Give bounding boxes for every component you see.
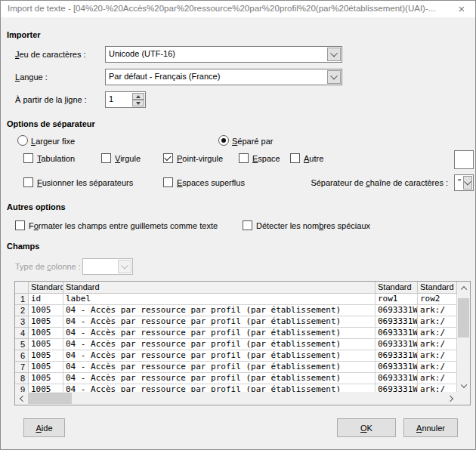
other-separator-input[interactable]	[454, 150, 474, 169]
quoted-as-text-label[interactable]: Formater les champs entre guillemets com…	[29, 221, 218, 230]
comma-checkbox[interactable]	[101, 153, 111, 163]
preview-cell: ark:/	[418, 316, 457, 328]
text-import-dialog: Import de texte - [04%20-%20Accès%20par%…	[0, 0, 476, 450]
preview-cell: 1005	[29, 362, 63, 373]
preview-cell: 1005	[29, 384, 63, 392]
preview-column-header[interactable]: Standard	[29, 282, 63, 294]
preview-cell: 04 - Accès par ressource par profil (par…	[63, 384, 376, 392]
language-label: Langue :	[15, 72, 48, 82]
preview-cell: 04 - Accès par ressource par profil (par…	[63, 373, 376, 384]
row-number-cell: 8	[15, 373, 29, 384]
separator-section-label: Options de séparateur	[7, 119, 95, 128]
special-numbers-label[interactable]: Détecter les nombres spéciaux	[256, 221, 370, 230]
preview-cell: 04 - Accès par ressource par profil (par…	[63, 328, 376, 339]
close-icon[interactable]: ×	[450, 1, 473, 17]
preview-row: 8100504 - Accès par ressource par profil…	[15, 373, 457, 384]
tab-checkbox[interactable]	[23, 153, 33, 163]
preview-cell: 1005	[29, 373, 63, 384]
string-delimiter-combobox[interactable]: "	[454, 174, 474, 191]
preview-column-header[interactable]: Standard	[63, 282, 376, 294]
preview-cell: 0693331W	[376, 339, 418, 350]
preview-cell: 0693331W	[376, 305, 418, 316]
vertical-scrollbar-thumb[interactable]	[458, 298, 469, 338]
preview-cell: ark:/	[418, 305, 457, 316]
chevron-down-icon[interactable]	[463, 176, 472, 190]
preview-cell: ark:/	[418, 373, 457, 384]
preview-table: StandardStandardStandardStandard1idlabel…	[14, 281, 471, 405]
space-label[interactable]: Espace	[252, 154, 280, 163]
chevron-down-icon[interactable]	[327, 48, 341, 61]
spinner-down-icon[interactable]	[132, 100, 144, 106]
quoted-as-text-checkbox[interactable]	[15, 220, 25, 230]
preview-cell: ark:/	[418, 350, 457, 362]
fixed-width-radio[interactable]	[17, 135, 28, 146]
fixed-width-label[interactable]: Largeur fixe	[31, 137, 75, 146]
trim-spaces-checkbox[interactable]	[163, 177, 173, 187]
row-number-cell: 3	[15, 316, 29, 328]
separated-by-label[interactable]: Séparé par	[232, 137, 273, 146]
preview-row: 9100504 - Accès par ressource par profil…	[15, 384, 457, 392]
title-bar: Import de texte - [04%20-%20Accès%20par%…	[1, 1, 475, 17]
preview-cell: 0693331W	[376, 373, 418, 384]
preview-row: 1idlabelrow1row2	[15, 294, 457, 305]
row-number-cell: 6	[15, 350, 29, 362]
preview-corner-cell[interactable]	[15, 282, 29, 294]
charset-value: Unicode (UTF-16)	[109, 49, 326, 58]
trim-spaces-label[interactable]: Espaces superflus	[177, 178, 245, 187]
horizontal-scrollbar[interactable]	[15, 392, 457, 405]
comma-label[interactable]: Virgule	[115, 154, 141, 163]
preview-cell: row2	[418, 294, 457, 305]
row-number-cell: 7	[15, 362, 29, 373]
separated-by-radio[interactable]	[218, 135, 229, 146]
preview-column-header[interactable]: Standard	[418, 282, 457, 294]
preview-cell: 1005	[29, 316, 63, 328]
preview-cell: 0693331W	[376, 316, 418, 328]
preview-cell: 1005	[29, 305, 63, 316]
preview-row: 7100504 - Accès par ressource par profil…	[15, 362, 457, 373]
window-title: Import de texte - [04%20-%20Accès%20par%…	[8, 4, 435, 13]
spinner-up-icon[interactable]	[132, 93, 144, 100]
other-label[interactable]: Autre	[304, 154, 323, 163]
preview-cell: label	[63, 294, 376, 305]
preview-cell: ark:/	[418, 328, 457, 339]
preview-cell: id	[29, 294, 63, 305]
language-value: Par défaut - Français (France)	[109, 72, 326, 81]
scroll-down-icon[interactable]	[457, 379, 470, 392]
vertical-scrollbar[interactable]	[457, 282, 470, 392]
from-row-stepper[interactable]: 1	[105, 91, 146, 108]
semicolon-label[interactable]: Point-virgule	[177, 154, 223, 163]
row-number-cell: 2	[15, 305, 29, 316]
preview-cell: 1005	[29, 328, 63, 339]
fields-section-label: Champs	[7, 242, 39, 251]
tab-label[interactable]: Tabulation	[37, 154, 75, 163]
preview-cell: 0693331W	[376, 328, 418, 339]
special-numbers-checkbox[interactable]	[243, 220, 252, 230]
string-delimiter-label: Séparateur de chaîne de caractères :	[288, 178, 448, 187]
row-number-cell: 4	[15, 328, 29, 339]
help-button[interactable]: Aide	[23, 418, 65, 437]
language-combobox[interactable]: Par défaut - Français (France)	[105, 69, 342, 85]
scroll-right-icon[interactable]	[444, 392, 457, 405]
row-number-cell: 9	[15, 384, 29, 392]
cancel-button[interactable]: Annuler	[403, 418, 458, 437]
column-type-combobox	[82, 258, 133, 275]
preview-column-header[interactable]: Standard	[376, 282, 418, 294]
merge-delimiters-checkbox[interactable]	[23, 177, 33, 187]
other-checkbox[interactable]	[290, 153, 300, 163]
preview-cell: 04 - Accès par ressource par profil (par…	[63, 316, 376, 328]
merge-delimiters-label[interactable]: Fusionner les séparateurs	[37, 178, 133, 187]
preview-cell: ark:/	[418, 384, 457, 392]
preview-cell: 04 - Accès par ressource par profil (par…	[63, 305, 376, 316]
space-checkbox[interactable]	[239, 153, 249, 163]
preview-cell: 04 - Accès par ressource par profil (par…	[63, 362, 376, 373]
ok-button[interactable]: OK	[337, 418, 396, 437]
charset-combobox[interactable]: Unicode (UTF-16)	[105, 46, 342, 63]
scroll-left-icon[interactable]	[15, 392, 28, 405]
row-number-cell: 1	[15, 294, 29, 305]
horizontal-scrollbar-thumb[interactable]	[28, 393, 72, 404]
scroll-up-icon[interactable]	[457, 282, 470, 294]
semicolon-checkbox[interactable]	[163, 153, 173, 163]
chevron-down-icon[interactable]	[327, 70, 341, 84]
preview-header-row: StandardStandardStandardStandard	[15, 282, 457, 294]
preview-cell: ark:/	[418, 339, 457, 350]
